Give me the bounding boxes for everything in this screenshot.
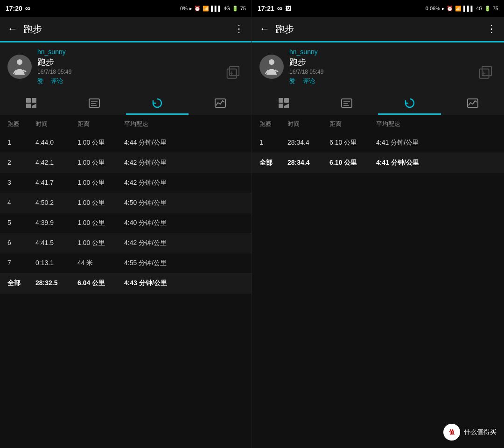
infinity-icon-right: ∞ — [277, 4, 282, 13]
bluetooth-icon-right: ▸ — [442, 6, 445, 12]
svg-rect-16 — [279, 98, 283, 103]
battery-num-left: 75 — [240, 6, 246, 11]
comment-button-left[interactable]: 评论 — [51, 77, 63, 85]
bluetooth-icon-left: ▸ — [189, 6, 192, 12]
col-header-dist-right: 距离 — [329, 120, 376, 128]
watermark-text: 什么值得买 — [464, 428, 497, 436]
profile-actions-right: 赞 评论 — [289, 77, 323, 85]
total-row-left: 全部 28:32.5 6.04 公里 4:43 分钟/公里 — [0, 273, 252, 294]
tab-laps-left[interactable] — [126, 91, 189, 115]
svg-rect-18 — [279, 104, 283, 108]
lap-table-left: 跑圈 时间 距离 平均配速 1 4:44.0 1.00 公里 4:44 分钟/公… — [0, 115, 252, 448]
top-title-left: 跑步 — [23, 23, 228, 35]
status-bar-right: 17:21 ∞ 🖼 0.06% ▸ ⏰ 📶 ▌▌▌ 4G 🔋 75 — [252, 0, 504, 17]
svg-rect-4 — [26, 98, 31, 103]
time-right: 17:21 — [258, 5, 274, 12]
back-button-left[interactable]: ← — [7, 23, 18, 35]
alarm-icon-right: ⏰ — [447, 6, 453, 12]
username-left: hn_sunny — [37, 48, 71, 56]
signal-icon-right: ▌▌▌ — [463, 6, 474, 11]
avatar-right — [259, 55, 284, 79]
profile-section-right: hn_sunny 跑步 16/7/18 05:49 赞 评论 — [252, 42, 504, 91]
col-header-pace-left: 平均配速 — [124, 120, 244, 128]
wifi-icon-left: 📶 — [203, 6, 209, 12]
table-row: 6 4:41.5 1.00 公里 4:42 分钟/公里 — [0, 233, 252, 253]
panel-right: 17:21 ∞ 🖼 0.06% ▸ ⏰ 📶 ▌▌▌ 4G 🔋 75 ← 跑步 ⋮ — [252, 0, 504, 448]
col-header-lap-left: 跑圈 — [7, 120, 35, 128]
watermark: 值 什么值得买 — [443, 424, 497, 441]
4g-icon-left: 4G — [224, 6, 230, 11]
table-row: 5 4:39.9 1.00 公里 4:40 分钟/公里 — [0, 213, 252, 233]
time-left: 17:20 — [6, 5, 22, 12]
battery-icon-right: 🔋 — [484, 6, 491, 12]
table-header-left: 跑圈 时间 距离 平均配速 — [0, 115, 252, 133]
table-header-right: 跑圈 时间 距离 平均配速 — [252, 115, 504, 133]
table-row: 1 4:44.0 1.00 公里 4:44 分钟/公里 — [0, 133, 252, 153]
svg-rect-7 — [89, 99, 99, 107]
activity-right: 跑步 — [289, 56, 323, 68]
tab-map-left[interactable] — [0, 91, 63, 115]
svg-rect-17 — [284, 98, 289, 103]
share-icon-left — [225, 63, 244, 84]
status-icons-right: 0.06% ▸ ⏰ 📶 ▌▌▌ 4G 🔋 75 — [426, 6, 498, 12]
watermark-logo: 值 — [443, 424, 460, 441]
date-left: 16/7/18 05:49 — [37, 69, 71, 75]
profile-section-left: hn_sunny 跑步 16/7/18 05:49 赞 评论 — [0, 42, 252, 91]
share-icon-right — [478, 63, 497, 84]
table-row: 7 0:13.1 44 米 4:55 分钟/公里 — [0, 253, 252, 273]
back-button-right[interactable]: ← — [259, 23, 270, 35]
comment-button-right[interactable]: 评论 — [303, 77, 315, 85]
infinity-icon-left: ∞ — [25, 4, 30, 13]
table-row: 1 28:34.4 6.10 公里 4:41 分钟/公里 — [252, 133, 504, 153]
tab-stats-right[interactable] — [315, 91, 378, 115]
battery-num-right: 75 — [493, 6, 498, 11]
tab-chart-right[interactable] — [441, 91, 504, 115]
like-button-right[interactable]: 赞 — [289, 77, 295, 85]
status-icons-left: 0% ▸ ⏰ 📶 ▌▌▌ 4G 🔋 75 — [180, 6, 246, 12]
activity-left: 跑步 — [37, 56, 71, 68]
status-time-right: 17:21 ∞ 🖼 — [258, 4, 291, 13]
col-header-pace-right: 平均配速 — [376, 120, 497, 128]
total-row-right: 全部 28:34.4 6.10 公里 4:41 分钟/公里 — [252, 153, 504, 173]
profile-actions-left: 赞 评论 — [37, 77, 71, 85]
table-row: 2 4:42.1 1.00 公里 4:42 分钟/公里 — [0, 153, 252, 173]
4g-icon-right: 4G — [476, 6, 482, 11]
percent-left: 0% — [180, 6, 188, 11]
like-button-left[interactable]: 赞 — [37, 77, 43, 85]
tab-chart-left[interactable] — [189, 91, 252, 115]
top-bar-left: ← 跑步 ⋮ — [0, 17, 252, 41]
tab-bar-left — [0, 91, 252, 115]
svg-rect-11 — [215, 99, 225, 107]
more-button-right[interactable]: ⋮ — [486, 23, 497, 35]
top-bar-right: ← 跑步 ⋮ — [252, 17, 504, 41]
tab-stats-left[interactable] — [63, 91, 126, 115]
panel-left: 17:20 ∞ 0% ▸ ⏰ 📶 ▌▌▌ 4G 🔋 75 ← 跑步 ⋮ — [0, 0, 252, 448]
svg-rect-6 — [26, 104, 31, 108]
svg-rect-5 — [32, 98, 36, 103]
username-right: hn_sunny — [289, 48, 323, 56]
svg-point-1 — [17, 59, 22, 65]
top-title-right: 跑步 — [275, 23, 481, 35]
table-row: 4 4:50.2 1.00 公里 4:50 分钟/公里 — [0, 193, 252, 213]
svg-rect-14 — [480, 69, 489, 78]
col-header-lap-right: 跑圈 — [259, 120, 287, 128]
col-header-time-left: 时间 — [35, 120, 77, 128]
status-time-left: 17:20 ∞ — [6, 4, 30, 13]
status-bar-left: 17:20 ∞ 0% ▸ ⏰ 📶 ▌▌▌ 4G 🔋 75 — [0, 0, 252, 17]
tab-map-right[interactable] — [252, 91, 315, 115]
lap-table-right: 跑圈 时间 距离 平均配速 1 28:34.4 6.10 公里 4:41 分钟/… — [252, 115, 504, 448]
profile-info-left: hn_sunny 跑步 16/7/18 05:49 赞 评论 — [37, 48, 71, 85]
profile-info-right: hn_sunny 跑步 16/7/18 05:49 赞 评论 — [289, 48, 323, 85]
avatar-left — [7, 55, 32, 79]
more-button-left[interactable]: ⋮ — [234, 23, 244, 35]
svg-rect-23 — [468, 99, 478, 107]
signal-icon-left: ▌▌▌ — [211, 6, 222, 11]
tab-laps-right[interactable] — [378, 91, 441, 115]
svg-point-13 — [269, 59, 274, 65]
col-header-time-right: 时间 — [287, 120, 329, 128]
svg-rect-19 — [342, 99, 352, 107]
col-header-dist-left: 距离 — [77, 120, 124, 128]
image-icon-right: 🖼 — [285, 5, 291, 12]
percent-right: 0.06% — [426, 6, 440, 11]
svg-rect-2 — [227, 69, 237, 78]
